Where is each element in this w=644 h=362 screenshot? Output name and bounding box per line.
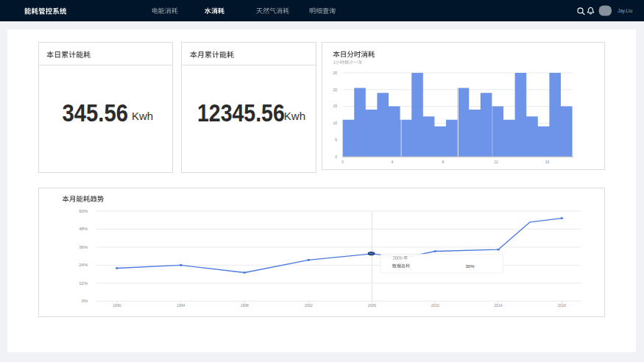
svg-text:15: 15 [333, 104, 337, 108]
svg-text:20: 20 [333, 88, 337, 92]
svg-text:1994: 1994 [177, 303, 185, 308]
svg-text:0: 0 [335, 155, 337, 159]
svg-text:1998: 1998 [241, 303, 249, 308]
svg-text:2010: 2010 [431, 303, 439, 308]
svg-text:Kwh: Kwh [132, 110, 153, 122]
svg-text:12: 12 [494, 160, 498, 164]
svg-text:2014: 2014 [494, 303, 502, 308]
svg-text:0%: 0% [82, 299, 88, 303]
svg-text:12%: 12% [79, 281, 88, 285]
svg-text:24%: 24% [79, 263, 88, 267]
svg-text:Kwh: Kwh [284, 110, 305, 122]
svg-text:2006: 2006 [368, 303, 376, 308]
svg-text:10: 10 [333, 121, 337, 125]
svg-text:16: 16 [545, 160, 550, 164]
svg-text:60%: 60% [79, 209, 88, 213]
svg-text:25: 25 [333, 71, 337, 75]
svg-text:4: 4 [392, 160, 394, 164]
svg-text:8: 8 [442, 160, 445, 164]
svg-text:1990: 1990 [113, 303, 121, 308]
svg-text:345.56: 345.56 [62, 99, 128, 127]
svg-text:5: 5 [335, 138, 337, 142]
svg-text:30%: 30% [466, 264, 475, 269]
svg-text:0: 0 [342, 160, 344, 164]
svg-text:2002: 2002 [305, 303, 313, 308]
svg-text:12345.56: 12345.56 [197, 99, 285, 127]
svg-text:36%: 36% [79, 245, 88, 249]
svg-text:Jay.Liu: Jay.Liu [618, 8, 632, 14]
svg-text:2018: 2018 [558, 303, 566, 308]
svg-text:48%: 48% [79, 227, 88, 231]
